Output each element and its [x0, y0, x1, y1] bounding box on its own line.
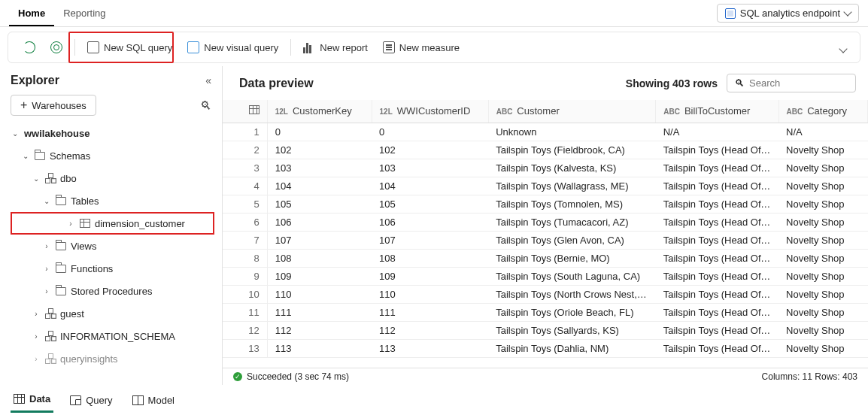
endpoint-selector[interactable]: SQL analytics endpoint	[717, 4, 859, 23]
table-row[interactable]: 13113113Tailspin Toys (Dahlia, NM)Tailsp…	[223, 339, 868, 357]
cell: Novelty Shop	[778, 177, 867, 195]
search-box[interactable]: 🔍︎	[727, 74, 856, 92]
schema-icon	[45, 353, 56, 364]
cell: 111	[372, 303, 488, 321]
cell: Tailspin Toys (North Crows Nest, IN)	[488, 285, 656, 303]
row-number: 4	[223, 177, 267, 195]
cell: 104	[267, 177, 372, 195]
preview-title: Data preview	[239, 77, 314, 90]
cell: Tailspin Toys (South Laguna, CA)	[488, 267, 656, 285]
footer-tab-query[interactable]: Query	[67, 389, 115, 412]
cell: Tailspin Toys (Head Office)	[656, 267, 778, 285]
footer-tab-model[interactable]: Model	[129, 389, 178, 412]
tree-node-schemas[interactable]: ⌄ Schemas	[0, 144, 222, 167]
refresh-button[interactable]	[16, 38, 43, 56]
cell: 109	[372, 267, 488, 285]
tree-node-dbo[interactable]: ⌄ dbo	[0, 167, 222, 189]
cell: Tailspin Toys (Dahlia, NM)	[488, 339, 656, 357]
row-number: 9	[223, 267, 267, 285]
footer-tab-data[interactable]: Data	[11, 387, 53, 413]
sql-icon	[87, 41, 99, 53]
cell: Tailspin Toys (Head Office)	[656, 195, 778, 213]
explorer-title: Explorer	[11, 74, 205, 87]
new-sql-query-button[interactable]: New SQL query	[80, 38, 180, 56]
tree-label: INFORMATION_SCHEMA	[60, 331, 175, 342]
cell: 112	[372, 321, 488, 339]
cell: N/A	[778, 123, 867, 141]
tree-node-information-schema[interactable]: › INFORMATION_SCHEMA	[0, 325, 222, 347]
top-tabbar: Home Reporting SQL analytics endpoint	[0, 0, 868, 27]
tree-node-sprocs[interactable]: › Stored Procedures	[0, 280, 222, 302]
column-header[interactable]: 12LWWICustomerID	[372, 100, 488, 123]
table-row[interactable]: 4104104Tailspin Toys (Wallagrass, ME)Tai…	[223, 177, 868, 195]
column-header[interactable]: ABCCategory	[778, 100, 867, 123]
table-row[interactable]: 100UnknownN/AN/A	[223, 123, 868, 141]
table-row[interactable]: 5105105Tailspin Toys (Tomnolen, MS)Tails…	[223, 195, 868, 213]
tree-node-tables[interactable]: ⌄ Tables	[0, 189, 222, 212]
status-bar: ✓ Succeeded (3 sec 74 ms) Columns: 11 Ro…	[223, 368, 868, 385]
table-row[interactable]: 3103103Tailspin Toys (Kalvesta, KS)Tails…	[223, 159, 868, 177]
folder-icon	[56, 265, 66, 273]
collapse-icon[interactable]: «	[205, 74, 211, 86]
cell: 106	[267, 213, 372, 231]
tree-node-guest[interactable]: › guest	[0, 302, 222, 325]
cell: 0	[372, 123, 488, 141]
search-icon[interactable]: 🔍︎	[200, 99, 211, 112]
tree-label: queryinsights	[60, 353, 118, 365]
table-row[interactable]: 11111111Tailspin Toys (Oriole Beach, FL)…	[223, 303, 868, 321]
chevron-down-icon: ⌄	[32, 174, 41, 183]
new-report-button[interactable]: New report	[296, 38, 375, 56]
table-row[interactable]: 7107107Tailspin Toys (Glen Avon, CA)Tail…	[223, 231, 868, 249]
view-mode-footer: Data Query Model	[0, 385, 868, 415]
cell: Tailspin Toys (Head Office)	[656, 285, 778, 303]
table-row[interactable]: 8108108Tailspin Toys (Bernie, MO)Tailspi…	[223, 249, 868, 267]
cell: 102	[372, 141, 488, 159]
table-row[interactable]: 10110110Tailspin Toys (North Crows Nest,…	[223, 285, 868, 303]
cell: Tailspin Toys (Wallagrass, ME)	[488, 177, 656, 195]
row-count-label: Showing 403 rows	[626, 77, 718, 89]
cell: 107	[372, 231, 488, 249]
tree-label: wwilakehouse	[24, 128, 90, 139]
tree-node-dimension-customer[interactable]: › dimension_customer	[0, 212, 222, 235]
tree-node-functions[interactable]: › Functions	[0, 257, 222, 280]
folder-icon	[35, 152, 45, 160]
new-visual-query-button[interactable]: New visual query	[180, 38, 286, 56]
endpoint-label: SQL analytics endpoint	[740, 8, 840, 19]
cell: 111	[267, 303, 372, 321]
tab-home[interactable]: Home	[9, 2, 54, 26]
column-header[interactable]: ABCBillToCustomer	[656, 100, 778, 123]
row-number: 5	[223, 195, 267, 213]
row-number: 8	[223, 249, 267, 267]
tab-reporting[interactable]: Reporting	[54, 2, 114, 25]
table-row[interactable]: 6106106Tailspin Toys (Tumacacori, AZ)Tai…	[223, 213, 868, 231]
search-input[interactable]	[749, 77, 848, 89]
folder-icon	[56, 242, 66, 250]
tree-node-queryinsights[interactable]: › queryinsights	[0, 347, 222, 370]
new-measure-label: New measure	[399, 42, 460, 53]
column-header[interactable]: ABCCustomer	[488, 100, 656, 123]
row-number: 2	[223, 141, 267, 159]
new-sql-label: New SQL query	[104, 42, 172, 53]
separator	[74, 39, 75, 56]
settings-button[interactable]	[43, 38, 70, 56]
cell: 113	[372, 339, 488, 357]
tree-label: Stored Procedures	[71, 286, 152, 297]
tree-label: Functions	[71, 263, 113, 274]
cell: 106	[372, 213, 488, 231]
add-warehouses-button[interactable]: + Warehouses	[11, 95, 96, 116]
toolbar-overflow-button[interactable]	[834, 37, 852, 59]
tree-node-views[interactable]: › Views	[0, 235, 222, 257]
cell: Novelty Shop	[778, 303, 867, 321]
table-row[interactable]: 2102102Tailspin Toys (Fieldbrook, CA)Tai…	[223, 141, 868, 159]
cell: Tailspin Toys (Head Office)	[656, 213, 778, 231]
schema-icon	[45, 331, 56, 341]
chevron-right-icon: ›	[42, 287, 51, 295]
table-row[interactable]: 9109109Tailspin Toys (South Laguna, CA)T…	[223, 267, 868, 285]
cell: Novelty Shop	[778, 321, 867, 339]
column-header[interactable]: 12LCustomerKey	[267, 100, 372, 123]
table-row[interactable]: 12112112Tailspin Toys (Sallyards, KS)Tai…	[223, 321, 868, 339]
new-measure-button[interactable]: New measure	[375, 38, 467, 56]
chevron-right-icon: ›	[32, 332, 41, 341]
cell: Novelty Shop	[778, 141, 867, 159]
tree-node-lakehouse[interactable]: ⌄ wwilakehouse	[0, 122, 222, 144]
